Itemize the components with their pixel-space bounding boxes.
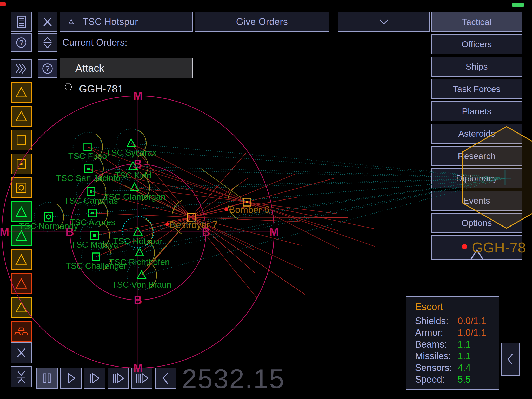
ship-label: TSC Richthofen bbox=[109, 257, 170, 267]
ship-label: TSC Sycorax bbox=[106, 148, 157, 157]
enemy-label: Bomber 6 bbox=[229, 204, 269, 215]
ship-label: TSC Glamorgan bbox=[104, 192, 165, 202]
range-marker: M bbox=[0, 225, 9, 238]
ship-label: TSC Malaya bbox=[71, 240, 118, 249]
ship-label: TSC Kidd bbox=[115, 171, 151, 180]
ship-label: TSC Von Braun bbox=[112, 280, 171, 289]
range-marker: M bbox=[133, 89, 143, 102]
ship-label: TSC Fuso bbox=[68, 151, 107, 161]
range-marker: M bbox=[133, 362, 143, 374]
ship-label: TSC Azores bbox=[70, 217, 115, 227]
ship-label: TSC San Jacinto bbox=[56, 173, 121, 183]
enemy-marker[interactable]: Bomber 6 bbox=[224, 185, 269, 219]
ship-label: TSC Hotspur bbox=[113, 236, 163, 246]
range-marker: B bbox=[134, 294, 142, 306]
range-marker: M bbox=[269, 225, 279, 238]
enemy-label: Destroyer 7 bbox=[169, 220, 217, 230]
tactical-map[interactable]: MMMMBBBBTSC FusoTSC SycoraxTSC San Jacin… bbox=[0, 0, 532, 399]
